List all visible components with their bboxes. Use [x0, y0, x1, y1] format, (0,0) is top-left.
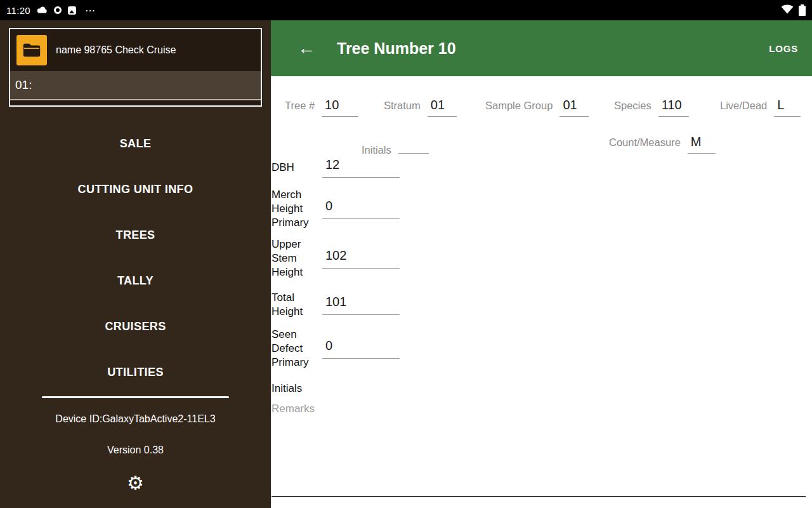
sidebar-item-cruisers[interactable]: CRUISERS: [0, 304, 271, 349]
sidebar-item-sale[interactable]: SALE: [0, 121, 271, 166]
live-dead-label: Live/Dead: [720, 100, 767, 112]
tree-number-field[interactable]: 10: [322, 98, 358, 117]
count-measure-label: Count/Measure: [609, 137, 681, 149]
sidebar-item-trees[interactable]: TREES: [0, 212, 271, 258]
form-row-1: Tree # 10 Stratum 01 Sample Group 01 Spe…: [271, 98, 812, 127]
bottom-divider: [272, 496, 806, 497]
battery-icon: [799, 4, 806, 16]
sample-group-label: Sample Group: [485, 100, 553, 112]
cloud-icon: [37, 6, 48, 14]
species-label: Species: [614, 100, 652, 112]
initials-top-field[interactable]: [398, 135, 429, 154]
dbh-label: DBH: [272, 161, 322, 175]
wifi-icon: [781, 4, 794, 17]
clock: 11:20: [6, 5, 30, 16]
merch-height-primary-field[interactable]: 0: [322, 199, 400, 219]
cutting-unit-label: 01:: [15, 78, 32, 92]
measurement-fields: DBH 12 Merch Height Primary 0 Upper Stem…: [272, 157, 525, 415]
dbh-row: DBH 12: [272, 157, 525, 178]
sidebar-menu: SALE CUTTING UNIT INFO TREES TALLY CRUIS…: [0, 121, 271, 395]
total-height-row: Total Height 101: [272, 291, 525, 319]
page-title: Tree Number 10: [337, 39, 456, 58]
upper-stem-height-row: Upper Stem Height 102: [272, 237, 525, 279]
cutting-unit-row[interactable]: 01:: [10, 71, 261, 100]
initials-bottom-label: Initials: [272, 382, 525, 395]
species-field[interactable]: 110: [658, 98, 689, 117]
stratum-field[interactable]: 01: [428, 98, 457, 117]
remarks-field[interactable]: Remarks: [272, 403, 525, 415]
merch-height-primary-label: Merch Height Primary: [272, 188, 322, 230]
status-bar: 11:20 ⋯: [0, 0, 812, 20]
logs-button[interactable]: LOGS: [769, 43, 798, 54]
back-arrow-icon[interactable]: ←: [294, 38, 319, 58]
initials-top-label: Initials: [362, 144, 391, 156]
navigation-drawer: name 98765 Check Cruise 01: SALE CUTTING…: [0, 20, 271, 508]
photos-icon: [68, 6, 76, 15]
sample-group-field[interactable]: 01: [560, 98, 589, 117]
stratum-label: Stratum: [384, 100, 421, 112]
upper-stem-height-label: Upper Stem Height: [272, 237, 322, 279]
sidebar-item-tally[interactable]: TALLY: [0, 258, 271, 304]
tree-number-label: Tree #: [285, 100, 315, 112]
sidebar-item-cutting-unit-info[interactable]: CUTTING UNIT INFO: [0, 166, 271, 212]
sale-header-card[interactable]: name 98765 Check Cruise 01:: [9, 28, 262, 107]
live-dead-field[interactable]: L: [774, 98, 801, 117]
sidebar-divider: [42, 396, 229, 398]
sidebar-item-utilities[interactable]: UTILITIES: [0, 349, 271, 395]
settings-gear-icon[interactable]: ⚙: [0, 472, 271, 494]
app-notification-icon: [54, 6, 62, 14]
upper-stem-height-field[interactable]: 102: [322, 248, 400, 269]
count-measure-field[interactable]: M: [688, 135, 716, 154]
seen-defect-row: Seen Defect Primary 0: [272, 328, 525, 370]
device-id-text: Device ID:GalaxyTabActive2-11EL3: [0, 413, 271, 425]
dbh-field[interactable]: 12: [322, 157, 400, 178]
app-bar: ← Tree Number 10 LOGS: [271, 20, 812, 76]
seen-defect-primary-field[interactable]: 0: [322, 338, 400, 359]
total-height-label: Total Height: [272, 291, 322, 319]
more-notifications-icon: ⋯: [85, 4, 96, 17]
merch-height-row: Merch Height Primary 0: [272, 188, 525, 230]
folder-icon: [16, 35, 47, 65]
sale-name: name 98765 Check Cruise: [56, 44, 176, 56]
tree-form-page: ← Tree Number 10 LOGS Tree # 10 Stratum …: [271, 20, 812, 508]
version-text: Version 0.38: [0, 444, 271, 456]
total-height-field[interactable]: 101: [322, 295, 400, 315]
screen: 11:20 ⋯ name 98765: [0, 0, 812, 508]
seen-defect-primary-label: Seen Defect Primary: [272, 328, 322, 370]
